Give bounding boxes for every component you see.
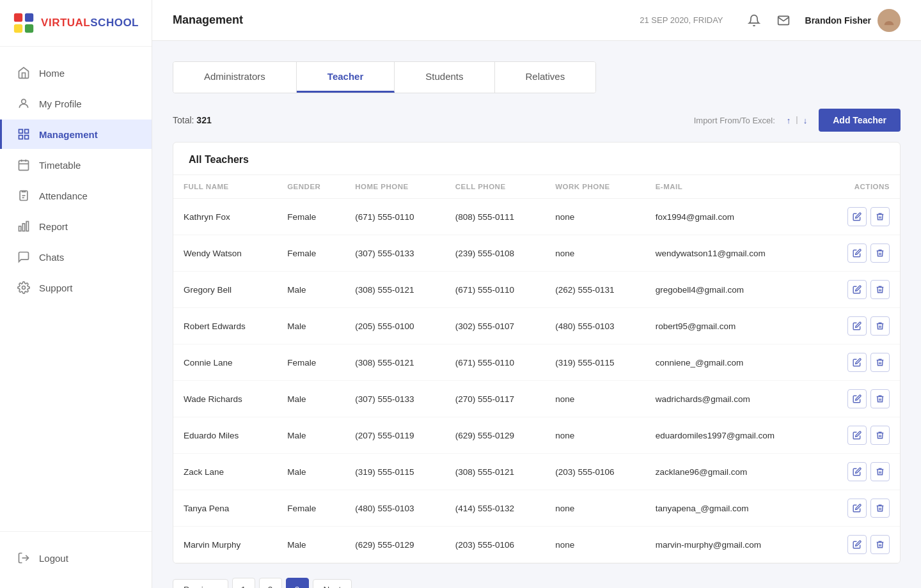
edit-button[interactable] bbox=[847, 316, 867, 336]
col-gender: Gender bbox=[277, 175, 345, 199]
table-row: Wendy Watson Female (307) 555-0133 (239)… bbox=[173, 235, 900, 272]
delete-button[interactable] bbox=[870, 244, 890, 263]
import-up-button[interactable]: ↑ bbox=[784, 114, 794, 127]
cell-name: Zack Lane bbox=[173, 454, 277, 490]
sidebar-item-support-label: Support bbox=[39, 282, 73, 293]
cell-home-phone: (319) 555-0115 bbox=[345, 454, 445, 490]
trash-icon bbox=[876, 358, 885, 367]
edit-button[interactable] bbox=[847, 462, 867, 481]
cell-name: Wendy Watson bbox=[173, 235, 277, 272]
page-1-button[interactable]: 1 bbox=[232, 578, 255, 588]
edit-button[interactable] bbox=[847, 499, 867, 518]
cell-cell-phone: (414) 555-0132 bbox=[445, 490, 546, 527]
cell-cell-phone: (629) 555-0129 bbox=[445, 417, 546, 454]
cell-home-phone: (629) 555-0129 bbox=[345, 527, 445, 563]
logo: VIRTUALSCHOOL bbox=[0, 0, 152, 47]
bar-chart-icon bbox=[17, 220, 30, 233]
edit-button[interactable] bbox=[847, 389, 867, 408]
notifications-button[interactable] bbox=[744, 10, 764, 31]
delete-button[interactable] bbox=[870, 499, 890, 518]
add-teacher-button[interactable]: Add Teacher bbox=[819, 109, 901, 132]
cell-actions bbox=[821, 308, 900, 344]
col-full-name: Full Name bbox=[173, 175, 277, 199]
logout-icon bbox=[17, 552, 30, 564]
cell-actions bbox=[821, 527, 900, 563]
sidebar-item-timetable[interactable]: Timetable bbox=[0, 150, 152, 180]
cell-actions bbox=[821, 490, 900, 527]
edit-button[interactable] bbox=[847, 207, 867, 226]
edit-button[interactable] bbox=[847, 353, 867, 372]
calendar-icon bbox=[17, 159, 30, 171]
col-actions: Actions bbox=[821, 175, 900, 199]
sidebar-nav: Home My Profile Management Timetable Att… bbox=[0, 47, 152, 531]
cell-work-phone: (480) 555-0103 bbox=[545, 308, 645, 344]
table-row: Eduardo Miles Male (207) 555-0119 (629) … bbox=[173, 417, 900, 454]
cell-cell-phone: (308) 555-0121 bbox=[445, 454, 546, 490]
sidebar-item-home[interactable]: Home bbox=[0, 58, 152, 88]
pencil-icon bbox=[853, 358, 862, 367]
cell-gender: Female bbox=[277, 199, 345, 235]
cell-actions bbox=[821, 454, 900, 490]
trash-icon bbox=[876, 467, 885, 476]
cell-cell-phone: (302) 555-0107 bbox=[445, 308, 546, 344]
svg-rect-7 bbox=[19, 135, 23, 139]
prev-button[interactable]: Previous bbox=[173, 579, 228, 589]
sidebar-item-support[interactable]: Support bbox=[0, 273, 152, 302]
pencil-icon bbox=[853, 504, 862, 513]
delete-button[interactable] bbox=[870, 535, 890, 554]
sidebar-item-my-profile[interactable]: My Profile bbox=[0, 89, 152, 118]
cell-home-phone: (480) 555-0103 bbox=[345, 490, 445, 527]
message-icon bbox=[17, 251, 30, 263]
delete-button[interactable] bbox=[870, 316, 890, 336]
import-down-button[interactable]: ↓ bbox=[801, 114, 810, 127]
trash-icon bbox=[876, 321, 885, 330]
table-row: Gregory Bell Male (308) 555-0121 (671) 5… bbox=[173, 272, 900, 308]
svg-rect-6 bbox=[25, 130, 29, 134]
page-2-button[interactable]: 2 bbox=[259, 578, 282, 588]
table-row: Connie Lane Female (308) 555-0121 (671) … bbox=[173, 344, 900, 381]
next-button[interactable]: Next bbox=[313, 579, 352, 589]
edit-button[interactable] bbox=[847, 535, 867, 554]
col-home-phone: Home Phone bbox=[345, 175, 445, 199]
cell-email: eduardomiles1997@gmail.com bbox=[645, 417, 821, 454]
delete-button[interactable] bbox=[870, 426, 890, 445]
cell-home-phone: (205) 555-0100 bbox=[345, 308, 445, 344]
tab-relatives[interactable]: Relatives bbox=[495, 62, 596, 93]
sidebar-item-management[interactable]: Management bbox=[0, 120, 152, 149]
delete-button[interactable] bbox=[870, 353, 890, 372]
trash-icon bbox=[876, 394, 885, 403]
page-3-button[interactable]: 3 bbox=[286, 578, 309, 588]
sidebar-item-attendance[interactable]: Attendance bbox=[0, 181, 152, 210]
delete-button[interactable] bbox=[870, 280, 890, 299]
cell-gender: Male bbox=[277, 272, 345, 308]
sidebar-item-home-label: Home bbox=[39, 68, 65, 79]
edit-button[interactable] bbox=[847, 280, 867, 299]
teachers-card: All Teachers Full Name Gender Home Phone… bbox=[173, 142, 901, 564]
cell-work-phone: none bbox=[545, 490, 645, 527]
sidebar-item-report[interactable]: Report bbox=[0, 212, 152, 241]
delete-button[interactable] bbox=[870, 389, 890, 408]
card-title: All Teachers bbox=[173, 143, 900, 175]
delete-button[interactable] bbox=[870, 207, 890, 226]
sidebar-item-logout[interactable]: Logout bbox=[0, 543, 152, 573]
svg-point-21 bbox=[886, 15, 891, 20]
header-date: 21 SEP 2020, FRIDAY bbox=[640, 15, 723, 25]
delete-button[interactable] bbox=[870, 462, 890, 481]
cell-home-phone: (308) 555-0121 bbox=[345, 272, 445, 308]
cell-cell-phone: (671) 555-0110 bbox=[445, 272, 546, 308]
cell-email: tanyapena_@gmail.com bbox=[645, 490, 821, 527]
tab-administrators[interactable]: Administrators bbox=[173, 62, 297, 93]
toolbar-right: Import From/To Excel: ↑ | ↓ Add Teacher bbox=[694, 109, 901, 132]
edit-button[interactable] bbox=[847, 426, 867, 445]
tab-students[interactable]: Students bbox=[395, 62, 494, 93]
edit-button[interactable] bbox=[847, 244, 867, 263]
cell-gender: Female bbox=[277, 344, 345, 381]
tab-teacher[interactable]: Teacher bbox=[297, 62, 395, 93]
user-menu[interactable]: Brandon Fisher bbox=[805, 9, 901, 32]
cell-name: Connie Lane bbox=[173, 344, 277, 381]
svg-rect-17 bbox=[22, 224, 24, 231]
sidebar-item-chats-label: Chats bbox=[39, 252, 64, 263]
sidebar-item-chats[interactable]: Chats bbox=[0, 242, 152, 272]
messages-button[interactable] bbox=[773, 10, 794, 31]
logo-icon bbox=[13, 12, 35, 35]
